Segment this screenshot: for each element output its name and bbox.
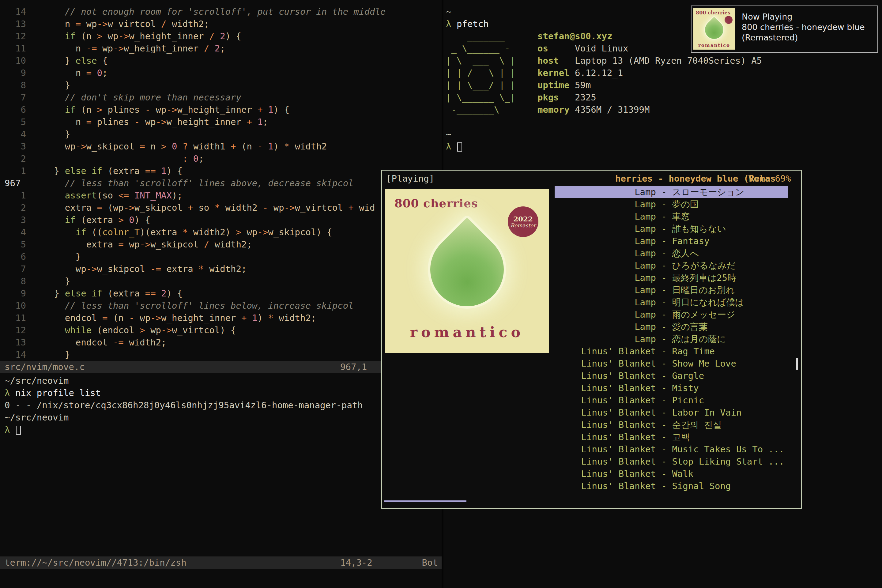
- text-token: +: [231, 141, 236, 152]
- text-token: wp: [268, 202, 284, 213]
- text-token: // not enough room for 'scrolloff', put …: [33, 6, 386, 17]
- text-token: w_skipcol: [86, 141, 140, 152]
- playlist-row[interactable]: Linus' Blanket - Misty: [555, 382, 788, 394]
- playlist-row[interactable]: Linus' Blanket - Gargle: [555, 370, 788, 382]
- playlist-row[interactable]: Linus' Blanket - 고백: [555, 431, 788, 443]
- code-line[interactable]: 9 } else if (extra == 2) {: [4, 287, 442, 300]
- text-token: 1: [252, 313, 257, 323]
- badge-year: 2022: [513, 215, 533, 223]
- code-line[interactable]: 6 if (n > plines - wp->w_height_inner + …: [4, 104, 442, 116]
- text-token: 0: [129, 214, 134, 225]
- playlist-row[interactable]: Lamp - 愛の言葉: [555, 321, 788, 333]
- code-line[interactable]: 1 } else if (extra == 1) {: [4, 165, 442, 177]
- playlist-row[interactable]: Lamp - 最終列車は25時: [555, 272, 788, 284]
- code-text: // less than 'scrolloff' lines above, de…: [33, 178, 354, 188]
- playlist-row[interactable]: Lamp - 明日になれば僕は: [555, 296, 788, 308]
- line-number: 12: [4, 30, 26, 42]
- code-line[interactable]: 4 if ((colnr_T)(extra * width2) > wp->w_…: [4, 226, 442, 238]
- code-line[interactable]: 7 wp->w_skipcol -= extra * width2;: [4, 263, 442, 275]
- code-line[interactable]: 5 n = plines - wp->w_height_inner + 1;: [4, 116, 442, 128]
- text-token: w_height_inner: [124, 43, 204, 54]
- playlist-title: 恋人へ: [672, 247, 788, 260]
- code-line[interactable]: 1 assert(so <= INT_MAX);: [4, 189, 442, 201]
- code-line[interactable]: 11 endcol = (n - wp->w_height_inner + 1)…: [4, 312, 442, 324]
- playlist-row[interactable]: Lamp - ひろがるなみだ: [555, 260, 788, 272]
- editor-statusline[interactable]: src/nvim/move.c 967,1: [0, 361, 442, 373]
- playlist-artist: Lamp: [555, 210, 656, 223]
- playlist-artist: Linus' Blanket: [555, 443, 656, 455]
- code-line[interactable]: 8 }: [4, 275, 442, 287]
- code-line[interactable]: 13 endcol -= width2;: [4, 336, 442, 348]
- code-line[interactable]: 14 // not enough room for 'scrolloff', p…: [4, 6, 442, 18]
- text-token: width2): [188, 227, 236, 237]
- playlist-row[interactable]: Lamp - 日曜日のお別れ: [555, 284, 788, 296]
- player-progress-bar[interactable]: [384, 500, 466, 502]
- text-token: else: [65, 166, 86, 176]
- playlist-title: 愛の言葉: [672, 321, 788, 333]
- code-line[interactable]: 967 // less than 'scrolloff' lines above…: [4, 177, 442, 189]
- playlist-row[interactable]: Lamp - 恋は月の蔭に: [555, 333, 788, 345]
- playlist[interactable]: Lamp - スローモーションLamp - 夢の国Lamp - 車窓Lamp -…: [555, 186, 788, 492]
- code-line[interactable]: 10 } else {: [4, 54, 442, 67]
- text-token: else: [76, 56, 97, 66]
- playlist-row[interactable]: Lamp - Fantasy: [555, 235, 788, 247]
- code-line[interactable]: 14 }: [4, 348, 442, 361]
- now-playing-notification[interactable]: 800 cherries romantico Now Playing 800 c…: [691, 6, 878, 52]
- code-line[interactable]: 8 }: [4, 79, 442, 91]
- thumb-title-text: romantico: [693, 43, 735, 48]
- playlist-artist: Lamp: [555, 223, 656, 235]
- text-token: extra: [33, 202, 97, 213]
- playlist-row[interactable]: Linus' Blanket - Music Takes Us To ...: [555, 443, 788, 455]
- playlist-title: 誰も知らない: [672, 223, 788, 235]
- code-line[interactable]: 5 extra = wp->w_skipcol / width2;: [4, 238, 442, 250]
- text-token: 2: [214, 43, 220, 54]
- terminal-buffer-left[interactable]: ~/src/neovimλ nix profile list0 - - /nix…: [0, 373, 442, 436]
- text-token: (n: [76, 104, 97, 115]
- text-token: // less than 'scrolloff' lines below, in…: [33, 300, 354, 311]
- text-token: wp: [242, 227, 257, 237]
- terminal-statusline[interactable]: term://~/src/neovim//4713:/bin/zsh 14,3-…: [0, 556, 442, 569]
- playlist-row[interactable]: Lamp - 誰も知らない: [555, 223, 788, 235]
- line-number: 7: [4, 263, 26, 275]
- code-line[interactable]: 4 }: [4, 128, 442, 140]
- code-line[interactable]: 9 n = 0;: [4, 67, 442, 79]
- editor-window[interactable]: 14 // not enough room for 'scrolloff', p…: [0, 0, 442, 361]
- playlist-title: Stop Liking Start ...: [672, 455, 788, 468]
- code-line[interactable]: 7 // don't skip more than necessary: [4, 91, 442, 104]
- line-number: 8: [4, 275, 26, 287]
- terminal-cursor: [16, 426, 21, 435]
- code-line[interactable]: 11 n -= wp->w_height_inner / 2;: [4, 42, 442, 54]
- playlist-row[interactable]: Linus' Blanket - Picnic: [555, 394, 788, 406]
- code-line[interactable]: 10 // less than 'scrolloff' lines below,…: [4, 300, 442, 312]
- code-line[interactable]: 12 while (endcol > wp->w_virtcol) {: [4, 324, 442, 336]
- scrollbar-thumb[interactable]: [796, 358, 798, 370]
- code-line[interactable]: 3 wp->w_skipcol = n > 0 ? width1 + (n - …: [4, 140, 442, 153]
- text-token: -: [145, 104, 150, 115]
- playlist-row[interactable]: Lamp - 恋人へ: [555, 247, 788, 260]
- text-token: >: [118, 214, 123, 225]
- code-line[interactable]: 6 }: [4, 250, 442, 263]
- text-token: w_skipcol: [135, 202, 188, 213]
- playlist-row[interactable]: Linus' Blanket - 순간의 진실: [555, 418, 788, 431]
- playlist-row[interactable]: Linus' Blanket - Walk: [555, 468, 788, 480]
- player-state: [Playing]: [386, 172, 434, 184]
- code-line[interactable]: 12 if (n > wp->w_height_inner / 2) {: [4, 30, 442, 42]
- code-line[interactable]: 2 : 0;: [4, 153, 442, 165]
- text-token: assert: [65, 190, 97, 201]
- text-token: wp: [102, 31, 118, 41]
- playlist-row[interactable]: Linus' Blanket - Labor In Vain: [555, 406, 788, 418]
- playlist-row[interactable]: Lamp - スローモーション: [555, 186, 788, 198]
- playlist-row[interactable]: Linus' Blanket - Signal Song: [555, 480, 788, 492]
- playlist-row[interactable]: Lamp - 車窓: [555, 210, 788, 223]
- playlist-row[interactable]: Linus' Blanket - Rag Time: [555, 345, 788, 357]
- code-line[interactable]: 2 extra = (wp->w_skipcol + so * width2 -…: [4, 201, 442, 214]
- code-line[interactable]: 13 n = wp->w_virtcol / width2;: [4, 18, 442, 30]
- playlist-row[interactable]: Linus' Blanket - Show Me Love: [555, 357, 788, 370]
- playlist-row[interactable]: Linus' Blanket - Stop Liking Start ...: [555, 455, 788, 468]
- code-line[interactable]: 3 if (extra > 0) {: [4, 214, 442, 226]
- code-text: } else if (extra == 2) {: [33, 288, 183, 298]
- playlist-separator: -: [656, 210, 672, 223]
- playlist-row[interactable]: Lamp - 雨のメッセージ: [555, 308, 788, 321]
- playlist-artist: Linus' Blanket: [555, 394, 656, 406]
- playlist-row[interactable]: Lamp - 夢の国: [555, 198, 788, 210]
